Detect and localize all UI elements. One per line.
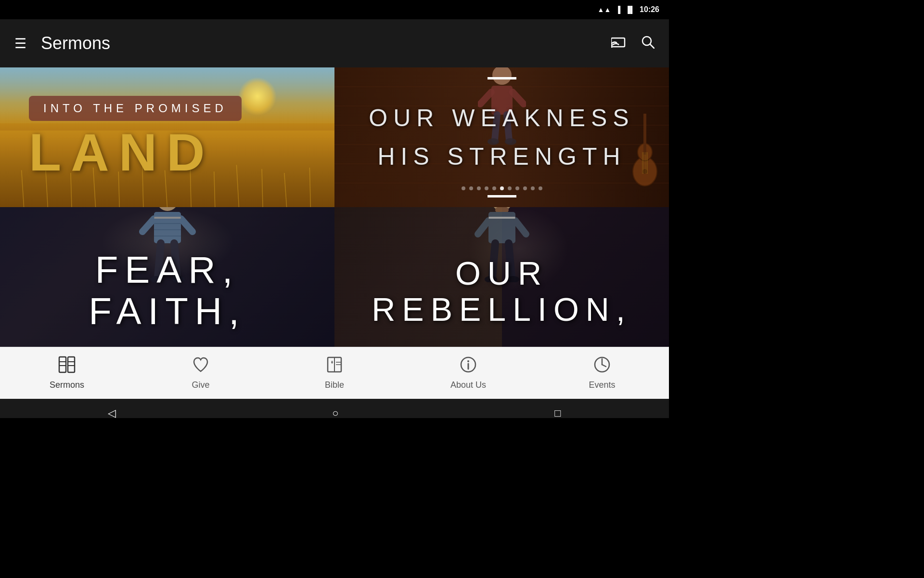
give-nav-label: Give (192, 380, 209, 390)
about-nav-icon (460, 356, 477, 377)
sermon-card-1[interactable]: INTO THE PROMISED LAND (0, 67, 334, 207)
wifi-icon: ▲▲ (598, 6, 611, 13)
give-nav-icon (192, 356, 209, 377)
cell-top-bar-4 (488, 217, 515, 219)
sermon-card-2[interactable]: OUR WEAKNESS HIS STRENGTH (334, 67, 669, 207)
nav-item-sermons[interactable]: Sermons (0, 351, 134, 395)
back-button[interactable]: ◁ (89, 402, 135, 418)
sermon-card-3[interactable]: FEAR, FAITH, (0, 207, 334, 347)
sermon-line1-2: OUR WEAKNESS (369, 101, 634, 135)
events-nav-icon (593, 356, 611, 377)
sermon-text-3: FEAR, FAITH, (0, 250, 334, 332)
svg-line-51 (181, 219, 192, 232)
top-bar: ☰ Sermons (0, 19, 669, 67)
status-bar: ▲▲ ▐ ▐▌ 10:26 (0, 0, 669, 19)
sermon-card-4[interactable]: OUR REBELLION, (334, 207, 669, 347)
svg-rect-69 (68, 357, 75, 372)
recent-button[interactable]: □ (535, 402, 580, 418)
content-grid: INTO THE PROMISED LAND (0, 67, 669, 347)
cast-icon[interactable] (611, 36, 627, 51)
about-nav-label: About Us (450, 380, 486, 390)
svg-point-41 (157, 207, 178, 211)
page-title: Sermons (41, 33, 611, 53)
svg-line-50 (142, 219, 154, 232)
sermon-text-2: OUR WEAKNESS HIS STRENGTH (334, 67, 669, 207)
sermon-line1-4: OUR REBELLION, (334, 255, 669, 328)
svg-line-85 (602, 365, 606, 367)
battery-icon: ▐▌ (625, 6, 635, 13)
svg-line-3 (650, 44, 654, 48)
search-icon[interactable] (641, 35, 654, 52)
nav-item-events[interactable]: Events (535, 351, 669, 395)
home-button[interactable]: ○ (313, 402, 358, 418)
sermon-text-1: INTO THE PROMISED LAND (0, 67, 334, 207)
android-nav: ◁ ○ □ (0, 399, 669, 418)
sermon-title-big-1: LAND (29, 126, 215, 179)
svg-line-63 (515, 221, 526, 234)
sermon-badge-1: INTO THE PROMISED (29, 96, 242, 121)
sermons-nav-icon (58, 356, 76, 377)
sermon-line2-3: FAITH, (0, 291, 334, 332)
svg-line-62 (478, 221, 488, 234)
svg-rect-68 (59, 357, 66, 372)
sermon-line2-2: HIS STRENGTH (377, 140, 626, 173)
sermon-badge-text-1: INTO THE PROMISED (43, 102, 227, 115)
sermon-text-4: OUR REBELLION, (334, 255, 669, 328)
signal-icon: ▐ (616, 6, 620, 13)
sermons-nav-label: Sermons (50, 380, 84, 390)
events-nav-label: Events (589, 380, 615, 390)
bible-nav-label: Bible (325, 380, 344, 390)
bottom-nav: Sermons Give Bible (0, 347, 669, 399)
sermon-line1-3: FEAR, (0, 250, 334, 291)
bible-nav-icon (326, 356, 343, 377)
nav-item-about[interactable]: About Us (401, 351, 535, 395)
clock: 10:26 (640, 5, 659, 14)
cell-top-bar-3 (154, 217, 180, 219)
nav-item-bible[interactable]: Bible (268, 351, 401, 395)
nav-item-give[interactable]: Give (134, 351, 268, 395)
svg-point-82 (467, 360, 469, 362)
menu-icon[interactable]: ☰ (14, 36, 26, 52)
